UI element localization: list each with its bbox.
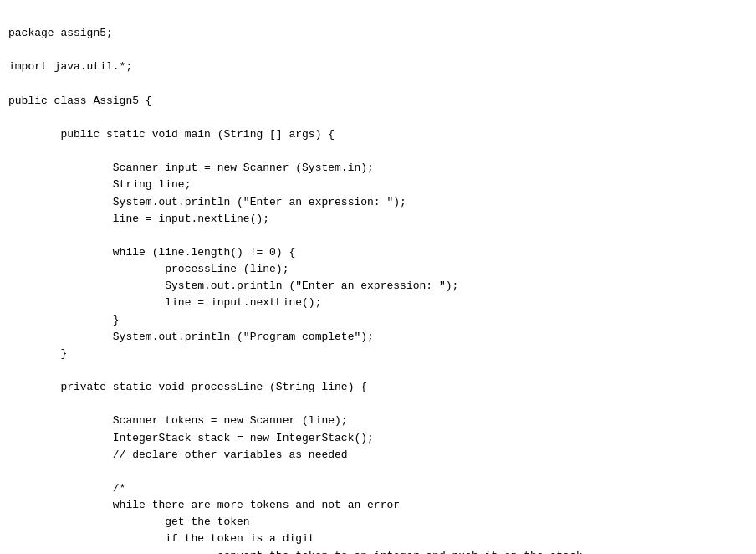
code-line: public class Assign5 {: [8, 93, 748, 110]
code-line: line = input.nextLine();: [8, 295, 748, 311]
code-line: }: [8, 312, 748, 329]
code-line: convert the token to an integer and push…: [8, 548, 748, 555]
code-line: // declare other variables as needed: [8, 447, 748, 464]
code-line: System.out.println ("Enter an expression…: [8, 278, 748, 295]
code-line: ​: [8, 228, 748, 244]
code-line: while there are more tokens and not an e…: [8, 497, 748, 514]
code-line: ​: [8, 110, 748, 126]
code-line: get the token: [8, 514, 748, 531]
code-line: ​: [8, 42, 748, 59]
code-line: ​: [8, 76, 748, 93]
code-line: import java.util.*;: [8, 59, 748, 75]
code-line: private static void processLine (String …: [8, 379, 748, 396]
code-line: /*: [8, 480, 748, 497]
code-line: ​: [8, 143, 748, 160]
code-line: ​: [8, 362, 748, 379]
code-editor: package assign5;​import java.util.*;​pub…: [8, 8, 748, 554]
code-line: line = input.nextLine();: [8, 211, 748, 228]
code-line: if the token is a digit: [8, 531, 748, 547]
code-line: System.out.println ("Enter an expression…: [8, 194, 748, 211]
code-line: while (line.length() != 0) {: [8, 244, 748, 261]
code-line: Scanner tokens = new Scanner (line);: [8, 413, 748, 429]
code-line: System.out.println ("Program complete");: [8, 329, 748, 346]
code-line: ​: [8, 396, 748, 413]
code-line: Scanner input = new Scanner (System.in);: [8, 160, 748, 177]
code-line: package assign5;: [8, 25, 748, 42]
code-line: String line;: [8, 177, 748, 193]
code-line: processLine (line);: [8, 261, 748, 278]
code-line: }: [8, 346, 748, 362]
code-line: ​: [8, 464, 748, 480]
code-line: public static void main (String [] args)…: [8, 126, 748, 143]
code-line: IntegerStack stack = new IntegerStack();: [8, 430, 748, 447]
